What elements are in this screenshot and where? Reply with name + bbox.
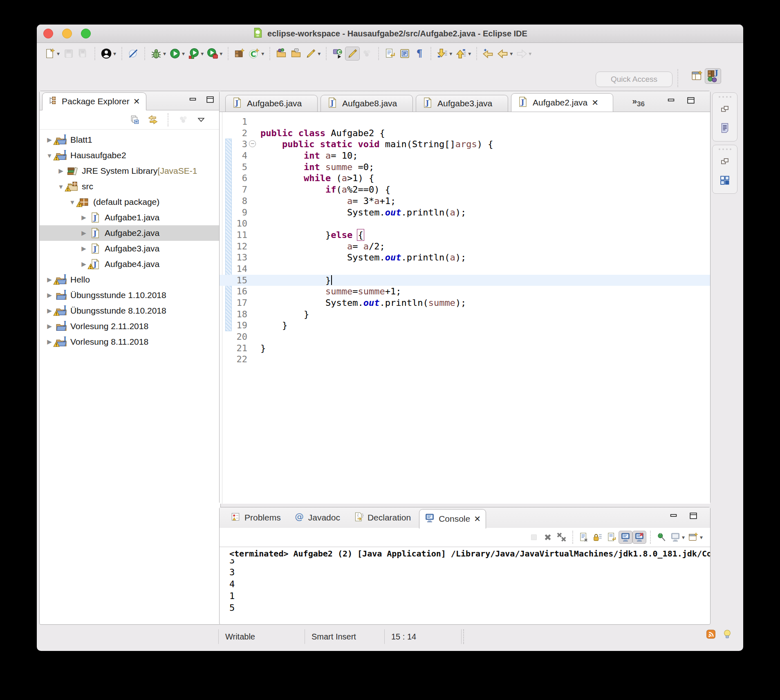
chevron-right-icon[interactable]: ▶ [80, 260, 88, 268]
chevron-right-icon[interactable]: ▶ [57, 167, 65, 175]
chevron-right-icon[interactable]: ▶ [45, 276, 54, 283]
close-icon[interactable]: ✕ [133, 96, 140, 106]
tree-item-label: Vorlesung 8.11.2018 [70, 337, 148, 347]
chevron-right-icon[interactable]: ▶ [80, 214, 88, 221]
skip-breakpoints-icon[interactable] [126, 47, 141, 61]
run-icon[interactable]: ▾ [168, 47, 186, 61]
tree-item-hello[interactable]: ▶JHello [40, 272, 220, 287]
back-icon[interactable]: ▾ [495, 47, 514, 61]
console-tab-javadoc[interactable]: @Javadoc [289, 509, 345, 527]
maximize-editor-icon[interactable] [686, 96, 695, 107]
user-profile-icon[interactable]: ▾ [99, 47, 118, 61]
show-stdout-icon[interactable] [619, 531, 632, 544]
console-output[interactable]: <terminated> Aufgabe2 (2) [Java Applicat… [220, 547, 710, 624]
drag-handle[interactable] [719, 96, 731, 98]
open-console-icon[interactable]: ▾ [686, 531, 704, 544]
chevron-right-icon[interactable]: ▶ [80, 229, 88, 237]
chevron-right-icon[interactable]: ▶ [45, 338, 54, 346]
clear-console-icon[interactable] [577, 531, 591, 544]
code-editor[interactable]: 12public class Aufgabe2 {3− public stati… [220, 112, 710, 504]
tree-item-aufgabe3-java[interactable]: ▶JAufgabe3.java [40, 241, 220, 256]
next-annotation-icon[interactable]: ▾ [435, 47, 454, 61]
highlighter-icon[interactable]: ▾ [303, 47, 322, 61]
scroll-lock-icon[interactable] [591, 531, 605, 544]
chevron-down-icon[interactable]: ▼ [45, 152, 54, 159]
outline-view-icon[interactable] [719, 122, 731, 135]
chevron-right-icon[interactable]: ▶ [45, 292, 54, 299]
remove-all-launches-icon[interactable] [555, 531, 569, 544]
tree-item--default-package-[interactable]: ▼(default package) [40, 194, 220, 210]
quick-access-input[interactable]: Quick Access [596, 72, 672, 87]
new-java-class-icon[interactable]: C▾ [247, 47, 266, 61]
view-menu-icon[interactable] [195, 114, 207, 126]
tree-item-aufgabe2-java[interactable]: ▶JAufgabe2.java [40, 225, 220, 241]
mark-occurrences-icon[interactable] [345, 47, 360, 61]
tree-item-aufgabe1-java[interactable]: ▶JAufgabe1.java [40, 210, 220, 225]
profile-icon[interactable]: ▾ [205, 47, 224, 61]
chevron-right-icon[interactable]: ▶ [45, 307, 54, 314]
close-icon[interactable]: ✕ [474, 514, 481, 524]
pin-console-icon[interactable] [654, 531, 668, 544]
minimize-console-icon[interactable] [669, 512, 678, 522]
word-wrap-icon[interactable] [605, 531, 619, 544]
tree-item-src[interactable]: ▼src [40, 179, 220, 194]
tree-item-blatt1[interactable]: ▶JBlatt1 [40, 132, 220, 148]
maximize-view-icon[interactable] [206, 95, 215, 106]
layout-grid-icon[interactable] [719, 175, 731, 188]
prev-annotation-icon[interactable]: ▾ [454, 47, 473, 61]
restore-views-icon[interactable] [720, 157, 730, 168]
chevron-right-icon[interactable]: ▶ [45, 136, 54, 144]
link-with-editor-icon[interactable] [146, 113, 160, 126]
console-tab-console[interactable]: Console✕ [419, 509, 486, 529]
show-whitespace-icon[interactable]: ¶ [412, 47, 427, 61]
editor-tab-aufgabe8-java[interactable]: JAufgabe8.java [321, 95, 413, 112]
tree-item--bungsstunde-1-10-2018[interactable]: ▶JÜbungsstunde 1.10.2018 [40, 287, 220, 303]
display-console-icon[interactable]: ▾ [668, 531, 686, 544]
editor-tab-aufgabe2-java[interactable]: JAufgabe2.java✕ [511, 93, 613, 112]
open-declaration-icon[interactable] [383, 47, 397, 61]
show-outline-icon[interactable] [397, 47, 412, 61]
new-wizard-icon[interactable]: ▾ [43, 47, 61, 61]
last-edit-location-icon[interactable] [481, 47, 495, 61]
editor-tab-aufgabe6-java[interactable]: JAufgabe6.java [225, 95, 318, 112]
chevron-down-icon[interactable]: ▼ [57, 183, 65, 190]
collapse-all-icon[interactable] [128, 113, 142, 126]
console-tab-problems[interactable]: Problems [225, 509, 286, 527]
tree-item-hausaufgabe2[interactable]: ▼JHausaufgabe2 [40, 148, 220, 163]
chevron-right-icon[interactable]: ▶ [80, 245, 88, 252]
type-hierarchy-icon[interactable]: C [330, 47, 345, 61]
open-perspective-icon[interactable] [689, 69, 705, 83]
tips-lightbulb-icon[interactable] [722, 629, 733, 642]
open-type-icon[interactable] [274, 47, 289, 61]
show-stderr-icon[interactable] [632, 531, 646, 544]
more-editors-indicator[interactable]: »36 [632, 96, 645, 108]
open-task-icon[interactable] [289, 47, 303, 61]
zoom-window-button[interactable] [81, 29, 91, 38]
tree-item-jre-system-library-[interactable]: ▶JRE System Library [JavaSE-1 [40, 163, 220, 179]
tree-item-aufgabe4-java[interactable]: ▶JAufgabe4.java [40, 256, 220, 272]
tree-item--bungsstunde-8-10-2018[interactable]: ▶JÜbungsstunde 8.10.2018 [40, 303, 220, 319]
java-perspective-icon[interactable]: J [705, 68, 721, 84]
editor-tab-aufgabe3-java[interactable]: JAufgabe3.java [416, 95, 508, 112]
restore-views-icon[interactable] [720, 104, 730, 116]
close-icon[interactable]: ✕ [592, 98, 598, 108]
minimize-editor-icon[interactable] [667, 96, 676, 107]
fold-collapse-icon[interactable]: − [249, 140, 256, 147]
line-number: 4 [232, 150, 247, 162]
package-explorer-tab[interactable]: Package Explorer ✕ [42, 92, 146, 110]
minimize-view-icon[interactable] [188, 95, 197, 106]
minimize-window-button[interactable] [62, 29, 72, 38]
new-java-project-icon[interactable] [232, 47, 247, 61]
chevron-right-icon[interactable]: ▶ [45, 323, 54, 330]
drag-handle[interactable] [719, 148, 731, 150]
chevron-down-icon[interactable]: ▼ [68, 199, 76, 206]
news-feed-icon[interactable] [706, 629, 716, 642]
debug-icon[interactable]: ▾ [149, 47, 168, 61]
tree-item-vorlesung-2-11-2018[interactable]: ▶JVorlesung 2.11.2018 [40, 319, 220, 334]
close-window-button[interactable] [43, 29, 53, 38]
remove-launch-icon[interactable] [541, 531, 555, 544]
console-tab-declaration[interactable]: { }Declaration [348, 509, 416, 527]
tree-item-vorlesung-8-11-2018[interactable]: ▶JVorlesung 8.11.2018 [40, 334, 220, 350]
coverage-icon[interactable]: ▾ [186, 47, 205, 61]
maximize-console-icon[interactable] [689, 512, 698, 522]
